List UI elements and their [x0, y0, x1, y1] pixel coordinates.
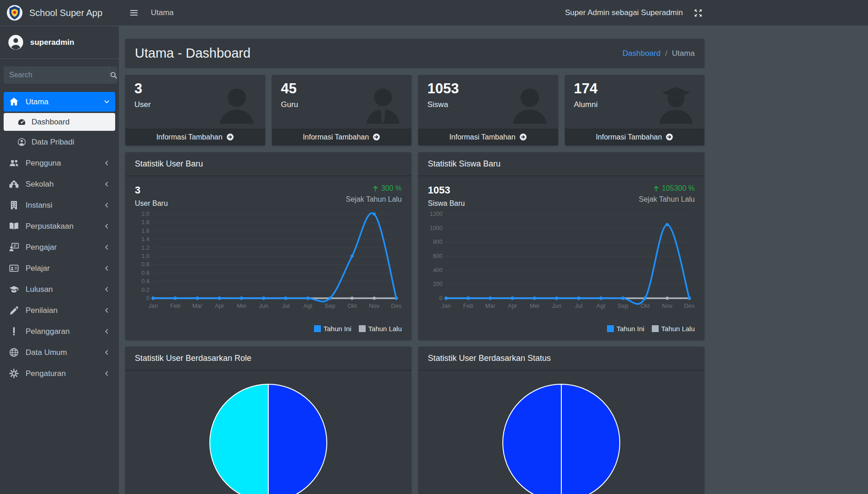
users-icon: [9, 158, 19, 168]
svg-text:Mei: Mei: [237, 302, 246, 309]
stat-change: 105300 %: [639, 184, 695, 193]
more-info-label: Informasi Tambahan: [449, 133, 516, 141]
sidebar-item-label: Data Umum: [26, 348, 67, 357]
svg-text:800: 800: [433, 239, 442, 245]
svg-text:2.0: 2.0: [142, 211, 149, 217]
legend-item-tahun-lalu[interactable]: Tahun Lalu: [652, 325, 695, 333]
sidebar-item-pengguna[interactable]: Pengguna: [4, 153, 115, 173]
chevron-left-icon: [104, 307, 110, 313]
svg-text:Jun: Jun: [259, 302, 268, 309]
svg-text:Okt: Okt: [347, 302, 357, 309]
stat-change-note: Sejak Tahun Lalu: [639, 195, 695, 204]
person-icon: [216, 85, 258, 127]
stat-box-alumni: 174 Alumni Informasi Tambahan: [565, 75, 705, 145]
sidebar-item-label: Perpustakaan: [26, 222, 74, 231]
card-statistik-user-role: Statistik User Berdasarkan Role: [125, 347, 411, 494]
breadcrumb-link-dashboard[interactable]: Dashboard: [623, 49, 660, 58]
svg-text:200: 200: [433, 281, 442, 287]
chevron-left-icon: [104, 181, 110, 187]
stat-box-user: 3 User Informasi Tambahan: [125, 75, 265, 145]
arrow-up-icon: [372, 185, 379, 192]
svg-text:Apr: Apr: [215, 302, 224, 309]
sidebar-item-data-pribadi[interactable]: Data Pribadi: [4, 133, 115, 151]
breadcrumb-current: Utama: [672, 49, 695, 58]
sidebar-item-lulusan[interactable]: Lulusan: [4, 279, 115, 299]
svg-text:1.4: 1.4: [142, 236, 149, 242]
sidebar-item-instansi[interactable]: Instansi: [4, 195, 115, 215]
legend-item-tahun-lalu[interactable]: Tahun Lalu: [359, 325, 402, 333]
gear-icon: [9, 369, 19, 378]
card-statistik-user-baru: Statistik User Baru 3 User Baru 300 %: [125, 152, 411, 340]
more-info-link[interactable]: Informasi Tambahan: [418, 129, 558, 145]
sidebar-item-pelanggaran[interactable]: Pelanggaran: [4, 322, 115, 341]
sidebar-item-pelajar[interactable]: Pelajar: [4, 258, 115, 278]
svg-text:Sep: Sep: [325, 302, 335, 309]
user-avatar-icon: [7, 34, 24, 51]
sidebar-item-label: Pengajar: [26, 243, 57, 252]
sidebar-item-penilaian[interactable]: Penilaian: [4, 301, 115, 320]
navbar-user-label[interactable]: Super Admin sebagai Superadmin: [565, 8, 683, 17]
more-info-link[interactable]: Informasi Tambahan: [272, 129, 412, 145]
sidebar-item-label: Sekolah: [26, 180, 53, 189]
globe-icon: [9, 348, 19, 357]
svg-text:0: 0: [439, 295, 442, 301]
sidebar-item-label: Pelajar: [26, 264, 50, 273]
svg-text:Mei: Mei: [530, 302, 539, 309]
legend-item-tahun-ini[interactable]: Tahun Ini: [607, 325, 644, 333]
sidebar-item-perpustakaan[interactable]: Perpustakaan: [4, 216, 115, 236]
svg-text:1000: 1000: [430, 225, 442, 231]
sidebar-item-pengajar[interactable]: Pengajar: [4, 237, 115, 257]
sidebar-item-data-umum[interactable]: Data Umum: [4, 343, 115, 362]
book-icon: [9, 221, 19, 231]
card-title: Statistik Siswa Baru: [418, 152, 704, 176]
brand-link[interactable]: School Super App: [0, 0, 119, 26]
user-panel[interactable]: superadmin: [0, 26, 119, 59]
fullscreen-button[interactable]: [689, 4, 707, 22]
svg-text:0.2: 0.2: [142, 287, 149, 293]
navbar-link-utama[interactable]: Utama: [151, 8, 174, 17]
sidebar-item-utama[interactable]: Utama: [4, 92, 115, 112]
exclamation-icon: [9, 327, 19, 336]
chart-stat-value: 1053: [428, 184, 465, 196]
breadcrumb: Dashboard / Utama: [623, 49, 695, 58]
chevron-left-icon: [104, 349, 110, 355]
sidebar-item-dashboard[interactable]: Dashboard: [4, 113, 115, 131]
chevron-left-icon: [104, 160, 110, 166]
search-input[interactable]: [4, 66, 109, 84]
svg-text:Feb: Feb: [170, 302, 180, 309]
svg-text:600: 600: [433, 253, 442, 259]
sidebar-item-sekolah[interactable]: Sekolah: [4, 174, 115, 194]
more-info-link[interactable]: Informasi Tambahan: [125, 129, 265, 145]
sidebar-item-pengaturan[interactable]: Pengaturan: [4, 364, 115, 383]
chevron-down-icon: [104, 99, 110, 105]
teacher-icon: [9, 242, 19, 252]
svg-text:Feb: Feb: [463, 302, 473, 309]
svg-text:1200: 1200: [430, 211, 442, 217]
graduation-cap-icon: [9, 285, 19, 294]
sidebar-item-label: Lulusan: [26, 285, 53, 294]
person-grad-icon: [655, 85, 697, 127]
stat-change-note: Sejak Tahun Lalu: [346, 195, 402, 204]
svg-text:Okt: Okt: [640, 302, 650, 309]
search-icon: [110, 71, 117, 79]
svg-text:Sep: Sep: [618, 302, 628, 309]
card-title: Statistik User Baru: [125, 152, 411, 176]
top-navbar: Utama Super Admin sebagai Superadmin: [119, 0, 868, 26]
sidebar-toggle-button[interactable]: [125, 4, 143, 22]
svg-text:Des: Des: [391, 302, 402, 309]
bars-icon: [130, 9, 138, 17]
legend-item-tahun-ini[interactable]: Tahun Ini: [314, 325, 351, 333]
app-logo-icon: [6, 5, 23, 21]
sidebar-item-label: Utama: [26, 97, 48, 107]
svg-text:1.0: 1.0: [142, 253, 149, 259]
pie-chart-role: [209, 383, 328, 494]
more-info-label: Informasi Tambahan: [303, 133, 369, 141]
stat-change: 300 %: [346, 184, 402, 193]
navbar-right: Super Admin sebagai Superadmin: [565, 0, 707, 26]
user-circle-icon: [17, 138, 26, 146]
chart-stat-value: 3: [135, 184, 168, 196]
more-info-link[interactable]: Informasi Tambahan: [565, 129, 705, 145]
search-button[interactable]: [109, 66, 117, 84]
sidebar-search: [4, 66, 115, 84]
chevron-left-icon: [104, 202, 110, 208]
